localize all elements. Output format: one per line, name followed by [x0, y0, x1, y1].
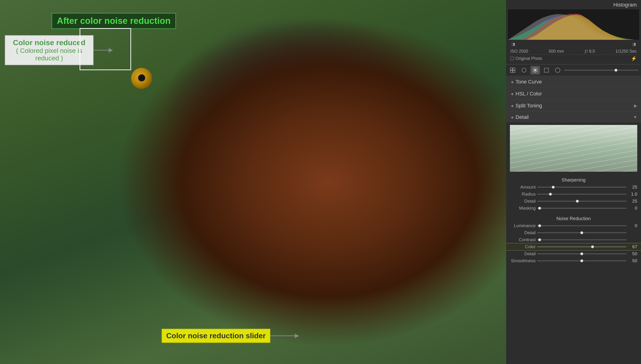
- hist-left-icon: ◨: [510, 41, 516, 47]
- nr-color-detail-label: Detail: [510, 251, 536, 256]
- nr-color-detail-thumb[interactable]: [580, 252, 583, 255]
- split-toning-title: Split Toning: [515, 103, 542, 109]
- nr-smoothness-value: 50: [628, 258, 637, 264]
- nr-color-detail-track-container[interactable]: [537, 252, 626, 256]
- tool-slider-track[interactable]: [564, 70, 638, 71]
- hist-expand-icon: ◨: [631, 41, 637, 47]
- svg-rect-2: [510, 70, 512, 72]
- nr-color-detail-track[interactable]: [537, 253, 626, 254]
- nr-color-thumb[interactable]: [591, 246, 594, 248]
- nr-smoothness-thumb[interactable]: [580, 260, 583, 262]
- nr-color-track-container[interactable]: [537, 244, 626, 249]
- nr-detail-track[interactable]: [537, 232, 626, 233]
- original-photo-label-group[interactable]: Original Photo: [510, 56, 542, 61]
- hsl-collapse-btn[interactable]: ◀: [510, 92, 514, 96]
- nr-detail-thumb[interactable]: [580, 231, 583, 234]
- color-noise-slider-label: Color noise reduction slider: [162, 329, 270, 343]
- square-icon: [544, 68, 549, 73]
- split-toning-collapse-btn[interactable]: ◀: [510, 104, 514, 108]
- detail-chevron-icon: ▼: [633, 115, 637, 120]
- hist-right-icons: ◨: [631, 41, 637, 47]
- sharpening-amount-thumb[interactable]: [552, 186, 555, 188]
- hsl-color-header[interactable]: ◀ HSL / Color: [506, 88, 641, 100]
- nr-color-track[interactable]: [537, 246, 626, 247]
- nr-color-detail-value: 50: [628, 251, 637, 256]
- original-photo-text: Original Photo: [515, 56, 542, 61]
- sharpening-masking-track[interactable]: [537, 208, 626, 209]
- tone-curve-collapse-btn[interactable]: ◀: [510, 80, 514, 84]
- split-toning-header[interactable]: ◀ Split Toning ▶: [506, 100, 641, 112]
- bird-eye-pupil: [138, 74, 145, 82]
- tool-slider-thumb[interactable]: [614, 69, 617, 72]
- camera-info: ISO 2500 500 mm ƒ/ 8.0 1/1250 Sec: [508, 48, 639, 54]
- sharpening-detail-track[interactable]: [537, 201, 626, 202]
- sharpening-detail-thumb[interactable]: [576, 200, 579, 202]
- noise-reduction-group: Noise Reduction Luminance 0 Detail: [506, 213, 641, 265]
- circle-outline-tool-btn[interactable]: [519, 66, 529, 74]
- nr-smoothness-track-container[interactable]: [537, 258, 626, 263]
- sharpening-masking-thumb[interactable]: [538, 207, 541, 210]
- square-tool-btn[interactable]: [542, 66, 551, 74]
- original-photo-checkbox[interactable]: [510, 56, 514, 60]
- preview-thumbnail: ⤢: [510, 125, 637, 172]
- nr-color-label: Color: [510, 244, 536, 249]
- circle-filled-icon: [533, 68, 538, 73]
- lightning-icon: ⚡: [631, 56, 637, 61]
- sharpening-amount-track[interactable]: [537, 187, 626, 188]
- sharpening-amount-label: Amount: [510, 184, 536, 190]
- nr-detail-track-container[interactable]: [537, 230, 626, 235]
- annotation-bottom-arrow: [270, 336, 298, 336]
- sharpening-amount-track-container[interactable]: [537, 185, 626, 190]
- hsl-color-section[interactable]: ◀ HSL / Color: [506, 88, 641, 100]
- detail-title: Detail: [515, 114, 529, 120]
- detail-header-left: ◀ Detail: [510, 114, 529, 120]
- circle-outline-icon: [521, 68, 526, 73]
- nr-luminance-track-container[interactable]: [537, 224, 626, 228]
- nr-contrast-track[interactable]: [537, 239, 626, 240]
- histogram-section: Histogram ◨ ◨ ISO 2: [506, 0, 641, 64]
- nr-luminance-value: 0: [628, 223, 637, 228]
- sharpening-masking-track-container[interactable]: [537, 206, 626, 210]
- tone-curve-header-left: ◀ Tone Curve: [510, 79, 542, 85]
- sharpening-radius-track-container[interactable]: [537, 192, 626, 196]
- split-toning-header-left: ◀ Split Toning: [510, 103, 542, 109]
- sharpening-masking-row: Masking 0: [506, 205, 641, 212]
- hist-controls: ◨ ◨: [508, 40, 639, 48]
- nr-color-detail-row: Detail 50: [506, 250, 641, 257]
- split-toning-section[interactable]: ◀ Split Toning ▶: [506, 100, 641, 112]
- thumbnail-expand-icon[interactable]: ⤢: [632, 126, 635, 132]
- sharpening-radius-track[interactable]: [537, 194, 626, 195]
- nr-contrast-thumb[interactable]: [538, 238, 541, 241]
- sharpening-masking-label: Masking: [510, 206, 536, 211]
- tone-curve-section[interactable]: ◀ Tone Curve: [506, 76, 641, 88]
- tone-curve-header[interactable]: ◀ Tone Curve: [506, 76, 641, 88]
- nr-luminance-track[interactable]: [537, 225, 626, 226]
- iso-value: ISO 2500: [510, 49, 528, 54]
- circle-filled-tool-btn[interactable]: [530, 66, 540, 74]
- large-circle-icon: [555, 68, 560, 73]
- sharpening-detail-track-container[interactable]: [537, 199, 626, 204]
- hsl-color-header-left: ◀ HSL / Color: [510, 91, 542, 97]
- right-panel: Histogram ◨ ◨ ISO 2: [506, 0, 641, 364]
- bird-selection-box: [80, 28, 131, 70]
- svg-point-4: [522, 68, 526, 72]
- photo-area: After color noise reduction Color noise …: [0, 0, 506, 364]
- detail-section-header[interactable]: ◀ Detail ▼: [506, 112, 641, 122]
- detail-collapse-btn[interactable]: ◀: [510, 115, 514, 119]
- histogram-canvas: [508, 9, 639, 40]
- sharpening-group: Sharpening Amount 25 Radius: [506, 174, 641, 213]
- sharpening-radius-thumb[interactable]: [549, 193, 552, 196]
- nr-luminance-label: Luminance: [510, 223, 536, 228]
- tool-slider-row[interactable]: [564, 70, 639, 71]
- nr-luminance-thumb[interactable]: [538, 224, 541, 227]
- sharpening-detail-value: 25: [628, 198, 637, 204]
- sharpening-detail-label: Detail: [510, 198, 536, 204]
- grid-tool-btn[interactable]: [508, 66, 517, 74]
- nr-contrast-track-container[interactable]: [537, 238, 626, 242]
- sharpening-radius-label: Radius: [510, 192, 536, 197]
- nr-smoothness-track[interactable]: [537, 260, 626, 261]
- detail-section: ◀ Detail ▼ ⤢ Sharpening Amount 25: [506, 112, 641, 265]
- nr-smoothness-row: Smoothness 50: [506, 257, 641, 264]
- sharpening-amount-value: 25: [628, 184, 637, 190]
- large-circle-tool-btn[interactable]: [553, 66, 562, 74]
